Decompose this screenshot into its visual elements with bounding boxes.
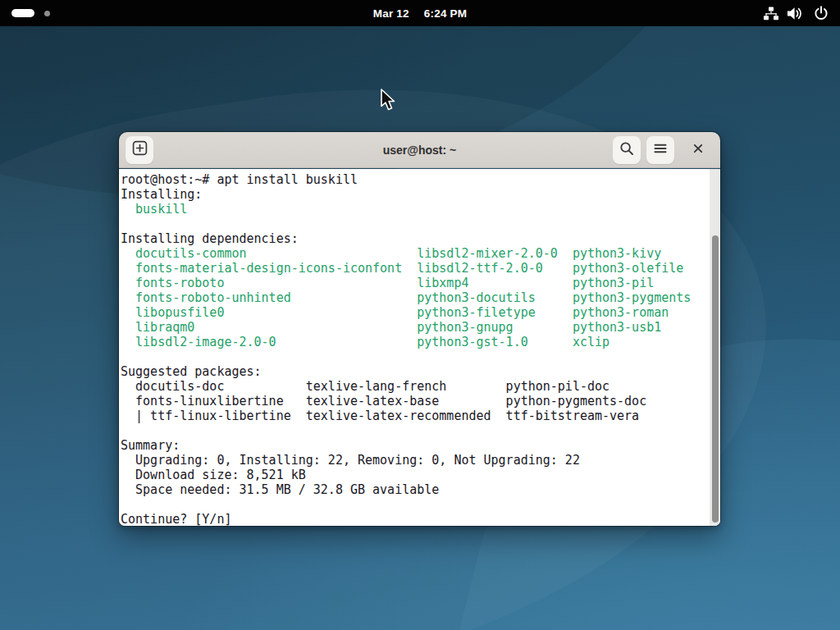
terminal-line: Suggested packages: [121,364,720,379]
menu-button[interactable] [646,136,674,164]
new-tab-icon [132,140,148,159]
terminal-line: libraqm0 python3-gnupg python3-usb1 [121,320,720,335]
terminal-line: Summary: [121,438,720,453]
terminal-headerbar[interactable]: user@host: ~ [119,132,720,168]
terminal-line: buskill [121,202,720,217]
terminal-line: fonts-material-design-icons-iconfont lib… [121,261,720,276]
terminal-line: libsdl2-image-2.0-0 python3-gst-1.0 xcli… [121,335,720,349]
scrollbar-thumb[interactable] [712,235,719,523]
terminal-line: | ttf-linux-libertine texlive-latex-reco… [121,409,720,423]
terminal-line: fonts-roboto libxmp4 python3-pil [121,276,720,290]
terminal-line: fonts-linuxlibertine texlive-latex-base … [121,394,720,409]
terminal-output[interactable]: root@host:~# apt install buskillInstalli… [119,169,720,526]
window-title: user@host: ~ [383,144,457,157]
terminal-line: root@host:~# apt install buskill [121,172,720,187]
close-button[interactable] [684,136,712,164]
terminal-line [121,497,720,512]
mouse-cursor [381,89,399,116]
desktop: { "topbar": { "date": "Mar 12", "time": … [0,0,840,630]
terminal-line: docutils-common libsdl2-mixer-2.0-0 pyth… [121,246,720,261]
activities-indicator[interactable] [11,9,50,17]
system-status-area[interactable] [764,6,829,21]
volume-icon[interactable] [788,7,805,21]
clock[interactable]: Mar 12 6:24 PM [373,0,467,26]
terminal-line: Installing: [121,187,720,202]
close-icon [692,142,705,158]
clock-time: 6:24 PM [424,7,467,20]
terminal-line: fonts-roboto-unhinted python3-docutils p… [121,290,720,305]
power-icon[interactable] [814,6,829,21]
search-icon [619,141,634,159]
terminal-line [121,349,720,364]
terminal-line: Installing dependencies: [121,231,720,246]
search-button[interactable] [613,136,641,164]
terminal-line: Upgrading: 0, Installing: 22, Removing: … [121,453,720,468]
terminal-line [121,217,720,231]
terminal-line: Continue? [Y/n] [121,512,720,526]
terminal-line: libopusfile0 python3-filetype python3-ro… [121,305,720,320]
workspace-pill-active[interactable] [11,9,34,17]
top-bar: Mar 12 6:24 PM [0,0,840,26]
scrollbar-track[interactable] [710,169,720,526]
hamburger-menu-icon [653,141,668,159]
terminal-line: docutils-doc texlive-lang-french python-… [121,379,720,394]
new-tab-button[interactable] [126,136,153,164]
clock-date: Mar 12 [373,7,409,20]
terminal-line [121,423,720,438]
workspace-dot-inactive[interactable] [44,11,50,16]
terminal-line: Space needed: 31.5 MB / 32.8 GB availabl… [121,482,720,497]
terminal-window: user@host: ~ [119,132,720,526]
terminal-line: Download size: 8,521 kB [121,468,720,482]
network-wired-icon[interactable] [764,7,778,21]
